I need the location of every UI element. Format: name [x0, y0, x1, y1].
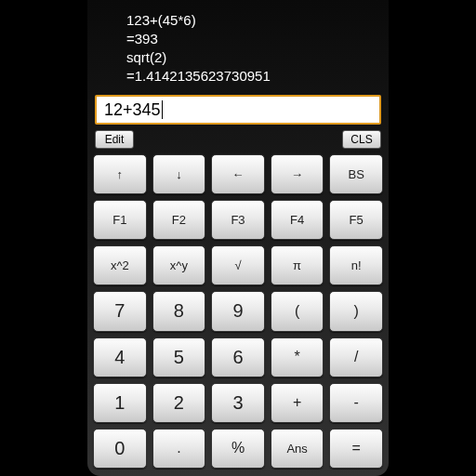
edit-button[interactable]: Edit: [95, 130, 134, 149]
key-multiply[interactable]: *: [271, 337, 324, 377]
key-f3[interactable]: F3: [211, 200, 265, 240]
toolbar: Edit CLS: [87, 130, 389, 149]
key-factorial[interactable]: n!: [329, 245, 383, 285]
key-minus[interactable]: -: [329, 383, 383, 423]
key-5[interactable]: 5: [152, 337, 206, 377]
key-right[interactable]: →: [271, 154, 324, 194]
key-square[interactable]: x^2: [93, 245, 147, 285]
key-2[interactable]: 2: [152, 383, 206, 423]
key-9[interactable]: 9: [211, 291, 265, 331]
key-up[interactable]: ↑: [93, 154, 147, 194]
cls-button[interactable]: CLS: [342, 130, 381, 149]
key-down[interactable]: ↓: [152, 154, 206, 194]
key-sqrt[interactable]: √: [211, 245, 265, 285]
key-f5[interactable]: F5: [329, 200, 383, 240]
history-line: sqrt(2): [126, 48, 379, 67]
history-line: =1.4142135623730951: [126, 67, 379, 86]
key-3[interactable]: 3: [211, 383, 265, 423]
history-panel: 123+(45*6) =393 sqrt(2) =1.4142135623730…: [87, 6, 389, 91]
input-area: 12+345: [95, 95, 381, 125]
keypad: ↑ ↓ ← → BS F1 F2 F3 F4 F5 x^2 x^y √ π n!…: [87, 152, 389, 476]
key-rparen[interactable]: ): [329, 291, 383, 331]
history-line: =393: [126, 30, 379, 48]
key-ans[interactable]: Ans: [271, 429, 324, 469]
key-f1[interactable]: F1: [93, 200, 147, 240]
expression-input[interactable]: 12+345: [95, 95, 381, 125]
key-left[interactable]: ←: [211, 154, 265, 194]
key-7[interactable]: 7: [93, 291, 147, 331]
key-power[interactable]: x^y: [152, 245, 206, 285]
calculator-app: 123+(45*6) =393 sqrt(2) =1.4142135623730…: [87, 0, 389, 476]
key-lparen[interactable]: (: [271, 291, 324, 331]
key-f2[interactable]: F2: [152, 200, 206, 240]
key-divide[interactable]: /: [329, 337, 383, 377]
key-4[interactable]: 4: [93, 337, 147, 377]
expression-value: 12+345: [104, 100, 161, 120]
key-plus[interactable]: +: [271, 383, 324, 423]
key-equals[interactable]: =: [329, 429, 383, 469]
text-cursor: [162, 100, 163, 119]
key-backspace[interactable]: BS: [329, 154, 383, 194]
key-f4[interactable]: F4: [271, 200, 324, 240]
key-dot[interactable]: .: [152, 429, 206, 469]
key-1[interactable]: 1: [93, 383, 147, 423]
key-0[interactable]: 0: [93, 429, 147, 469]
history-line: 123+(45*6): [126, 11, 379, 30]
key-percent[interactable]: %: [211, 429, 265, 469]
key-6[interactable]: 6: [211, 337, 265, 377]
key-pi[interactable]: π: [271, 245, 324, 285]
key-8[interactable]: 8: [152, 291, 206, 331]
